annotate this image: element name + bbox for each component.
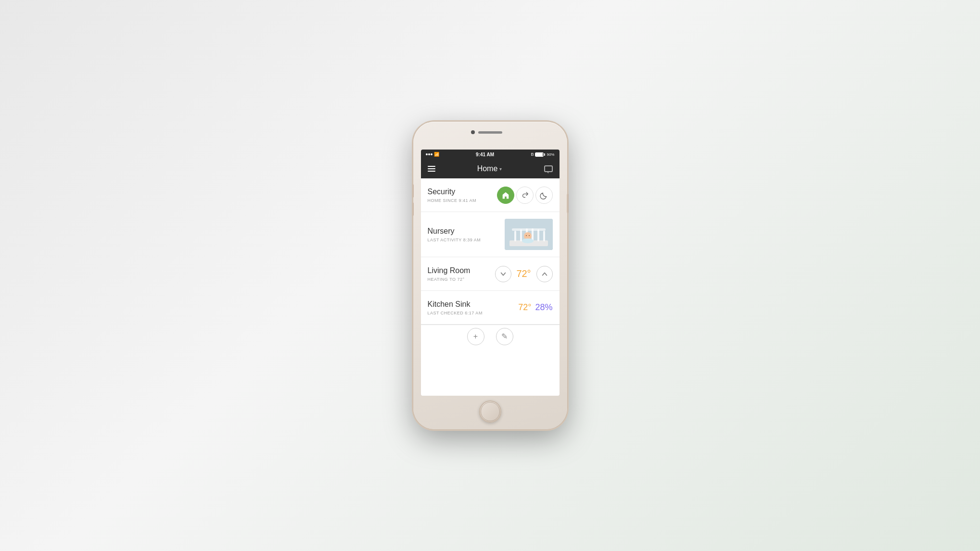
phone-camera [471, 130, 475, 134]
living-room-name: Living Room [428, 266, 495, 275]
kitchen-sink-info: Kitchen Sink LAST CHECKED 6:17 AM [428, 300, 519, 315]
chat-icon[interactable] [544, 165, 553, 172]
menu-button[interactable] [428, 166, 435, 172]
security-sleep-button[interactable] [535, 187, 553, 204]
content-area: Security HOME SINCE 9:41 AM [421, 178, 560, 396]
security-share-button[interactable] [516, 187, 534, 204]
edit-button[interactable]: ✎ [496, 328, 513, 345]
chevron-up-icon [541, 271, 548, 277]
temperature-value: 72° [515, 268, 533, 279]
svg-rect-3 [520, 229, 522, 241]
edit-icon: ✎ [501, 332, 508, 341]
nursery-row[interactable]: Nursery LAST ACTIVITY 8:39 AM [421, 212, 560, 257]
svg-point-9 [526, 235, 527, 236]
kitchen-sink-name: Kitchen Sink [428, 300, 519, 309]
kitchen-values: 72° 28% [518, 302, 552, 313]
battery-percent: 90% [547, 152, 554, 157]
plus-icon: + [473, 332, 478, 341]
svg-point-10 [529, 235, 530, 236]
nursery-info: Nursery LAST ACTIVITY 8:39 AM [428, 226, 505, 242]
share-icon [521, 191, 529, 200]
living-room-row[interactable]: Living Room HEATING TO 72° 72° [421, 257, 560, 291]
moon-icon [540, 191, 548, 200]
security-info: Security HOME SINCE 9:41 AM [428, 187, 497, 202]
status-time: 9:41 AM [476, 152, 494, 157]
home-button[interactable] [479, 401, 501, 423]
svg-point-11 [522, 238, 534, 243]
volume-up-button[interactable] [412, 184, 414, 198]
temperature-increase-button[interactable] [536, 266, 553, 282]
nursery-name: Nursery [428, 226, 505, 236]
nursery-status: LAST ACTIVITY 8:39 AM [428, 238, 505, 242]
nav-title[interactable]: Home ▾ [477, 164, 502, 173]
nav-bar: Home ▾ [421, 159, 560, 178]
power-button[interactable] [567, 194, 569, 213]
signal-indicator [426, 153, 433, 155]
status-bar: 📶 9:41 AM B 90% [421, 150, 560, 159]
wifi-icon: 📶 [434, 152, 439, 157]
svg-rect-7 [543, 231, 545, 241]
kitchen-temperature: 72° [518, 302, 531, 313]
security-home-button[interactable] [497, 187, 514, 204]
phone-speaker [478, 131, 502, 134]
kitchen-humidity: 28% [535, 302, 552, 313]
nursery-camera-thumbnail[interactable] [505, 219, 553, 250]
home-button-ring [481, 402, 500, 421]
phone-screen: 📶 9:41 AM B 90% Home [421, 150, 560, 396]
kitchen-sink-row[interactable]: Kitchen Sink LAST CHECKED 6:17 AM 72° 28… [421, 291, 560, 325]
kitchen-sink-status: LAST CHECKED 6:17 AM [428, 311, 519, 315]
living-room-info: Living Room HEATING TO 72° [428, 266, 495, 281]
svg-rect-2 [514, 231, 516, 241]
security-row[interactable]: Security HOME SINCE 9:41 AM [421, 178, 560, 212]
status-right: B 90% [531, 152, 554, 157]
thermostat-controls: 72° [495, 266, 553, 282]
living-room-status: HEATING TO 72° [428, 277, 495, 282]
battery-indicator [535, 152, 545, 157]
baby-scene-illustration [505, 219, 553, 250]
chevron-down-icon [500, 271, 507, 277]
nav-chevron-icon: ▾ [499, 166, 502, 172]
security-name: Security [428, 187, 497, 196]
bottom-bar: + ✎ [421, 325, 560, 348]
phone-shell: 📶 9:41 AM B 90% Home [413, 122, 567, 429]
security-controls [497, 187, 553, 204]
security-status: HOME SINCE 9:41 AM [428, 198, 497, 203]
volume-down-button[interactable] [412, 202, 414, 216]
status-left: 📶 [426, 152, 439, 157]
temperature-decrease-button[interactable] [495, 266, 511, 282]
phone-top-bar [413, 122, 567, 128]
svg-rect-6 [537, 229, 539, 241]
bluetooth-icon: B [531, 152, 534, 157]
svg-rect-12 [512, 228, 546, 231]
add-device-button[interactable]: + [467, 328, 484, 345]
home-icon [501, 191, 510, 200]
